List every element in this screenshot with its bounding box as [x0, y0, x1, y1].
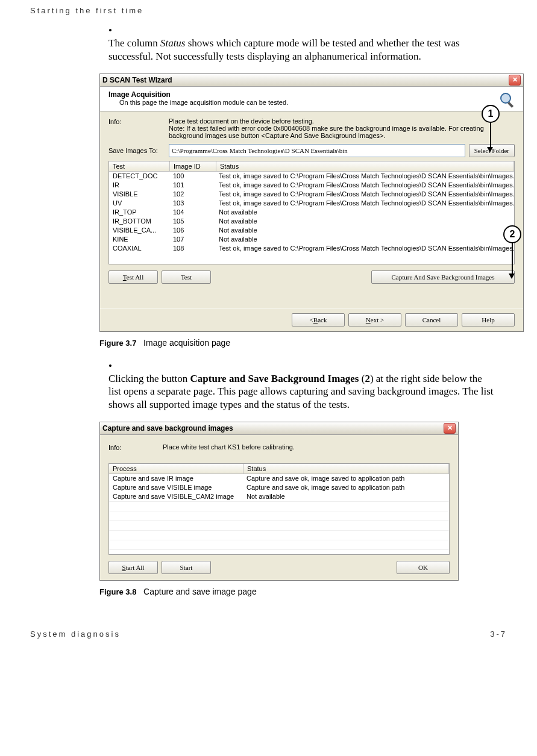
info-label-2: Info:	[108, 443, 163, 451]
wizard-subheading: On this page the image acquisition modul…	[119, 99, 515, 106]
paragraph-2: • Clicking the button Capture and Save B…	[108, 360, 507, 411]
table-row[interactable]: VISIBLE102Test ok, image saved to C:\Pro…	[109, 190, 514, 199]
start-all-button[interactable]: Start All	[108, 561, 158, 574]
table-row[interactable]: DETECT_DOC100Test ok, image saved to C:\…	[109, 172, 514, 181]
window-title: D SCAN Test Wizard	[102, 76, 509, 84]
table-row[interactable]: UV103Test ok, image saved to C:\Program …	[109, 199, 514, 208]
table-row[interactable]: KINE107Not available	[109, 235, 514, 244]
col-image-id[interactable]: Image ID	[170, 161, 216, 171]
test-button[interactable]: Test	[162, 270, 211, 284]
close-icon[interactable]: ✕	[444, 423, 456, 434]
test-all-button[interactable]: Test All	[108, 270, 158, 284]
close-icon[interactable]: ✕	[509, 75, 521, 86]
wizard-heading: Image Acquisition	[108, 90, 515, 99]
ok-button[interactable]: OK	[397, 561, 450, 574]
capture-save-bg-button[interactable]: Capture And Save Background Images	[371, 270, 515, 284]
window-title-2: Capture and save background images	[102, 424, 444, 433]
table-row[interactable]: Capture and save VISIBLE_CAM2 imageNot a…	[109, 492, 449, 501]
figure-3-7-caption: Figure 3.7 Image acquisition page	[99, 338, 507, 348]
callout-2: 2	[503, 225, 521, 243]
figure-3-8-caption: Figure 3.8 Capture and save image page	[99, 587, 507, 596]
wizard-footer: < Back Next > Cancel Help	[100, 308, 523, 331]
process-table: Process Status Capture and save IR image…	[108, 463, 450, 555]
paragraph-1: • The column Status shows which capture …	[108, 24, 507, 63]
table-row[interactable]: VISIBLE_CA...106Not available	[109, 226, 514, 235]
callout-1: 1	[482, 105, 500, 123]
col-status-2[interactable]: Status	[243, 464, 449, 473]
table-row[interactable]: COAXIAL108Test ok, image saved to C:\Pro…	[109, 244, 514, 253]
info-text-2: Place white test chart KS1 before calibr…	[163, 443, 450, 451]
table-row[interactable]: Capture and save VISIBLE imageCapture an…	[109, 483, 449, 492]
info-label: Info:	[108, 117, 169, 139]
col-process[interactable]: Process	[109, 464, 243, 473]
test-table: Test Image ID Status DETECT_DOC100Test o…	[108, 161, 515, 264]
cancel-button[interactable]: Cancel	[405, 313, 458, 326]
table-row[interactable]: IR101Test ok, image saved to C:\Program …	[109, 181, 514, 190]
table-row[interactable]: IR_BOTTOM105Not available	[109, 217, 514, 226]
next-button[interactable]: Next >	[348, 313, 401, 326]
save-images-label: Save Images To:	[108, 146, 169, 154]
window-titlebar: D SCAN Test Wizard ✕	[100, 74, 523, 87]
footer-left: System diagnosis	[30, 629, 121, 639]
svg-rect-1	[507, 102, 513, 108]
figure-3-8: Capture and save background images ✕ Inf…	[99, 422, 459, 581]
col-test[interactable]: Test	[109, 161, 170, 171]
running-header: Starting the first time	[30, 6, 507, 15]
window-titlebar-2: Capture and save background images ✕	[100, 422, 458, 435]
wizard-header: Image Acquisition On this page the image…	[100, 87, 523, 111]
help-button[interactable]: Help	[462, 313, 515, 326]
svg-point-0	[501, 93, 510, 103]
info-text: Place test document on the device before…	[169, 117, 515, 139]
table-row[interactable]: Capture and save IR imageCapture and sav…	[109, 474, 449, 483]
magnifier-icon	[498, 90, 517, 110]
start-button[interactable]: Start	[162, 561, 211, 574]
save-path-input[interactable]	[169, 144, 465, 157]
back-button[interactable]: < Back	[292, 313, 345, 326]
footer-right: 3-7	[490, 629, 507, 639]
col-status[interactable]: Status	[216, 161, 514, 171]
page-footer: System diagnosis 3-7	[0, 617, 537, 645]
figure-3-7: 1 2 D SCAN Test Wizard ✕ Image Acquisiti…	[99, 73, 524, 332]
table-row[interactable]: IR_TOP104Not available	[109, 208, 514, 217]
